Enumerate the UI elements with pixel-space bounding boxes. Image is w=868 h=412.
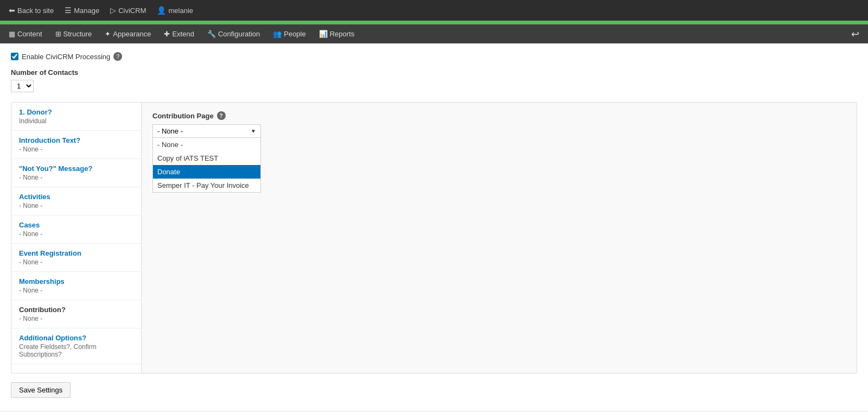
sidebar-item-donor-title: 1. Donor? xyxy=(19,108,133,116)
sidebar-item-contribution-title: Contribution? xyxy=(19,306,133,314)
dropdown-option-donate[interactable]: Donate xyxy=(153,165,260,179)
enable-civicrm-row: Enable CiviCRM Processing ? xyxy=(11,52,857,61)
configuration-icon: 🔧 xyxy=(207,30,216,38)
nav-configuration[interactable]: 🔧 Configuration xyxy=(201,24,266,43)
user-icon: 👤 xyxy=(157,6,166,15)
admin-bar: ⬅ Back to site ☰ Manage ▷ CiviCRM 👤 mela… xyxy=(0,0,868,21)
enable-civicrm-label: Enable CiviCRM Processing xyxy=(22,53,110,61)
contribution-page-dropdown[interactable]: - None - ▼ - None - Copy of iATS TEST Do… xyxy=(152,124,261,138)
dropdown-option-none[interactable]: - None - xyxy=(153,138,260,151)
save-settings-button[interactable]: Save Settings xyxy=(11,382,71,398)
sidebar-item-not-you[interactable]: "Not You?" Message? - None - xyxy=(11,159,141,187)
main-content: Enable CiviCRM Processing ? Number of Co… xyxy=(0,43,868,411)
sidebar-item-memberships-value: - None - xyxy=(19,287,133,294)
user-label: melanie xyxy=(168,7,193,15)
manage-link[interactable]: ☰ Manage xyxy=(60,0,104,21)
content-icon: ▦ xyxy=(9,30,15,38)
sidebar-item-contribution[interactable]: Contribution? - None - xyxy=(11,300,141,328)
nav-content[interactable]: ▦ Content xyxy=(2,24,49,43)
sidebar-item-introduction[interactable]: Introduction Text? - None - xyxy=(11,131,141,159)
sidebar-item-event-registration-value: - None - xyxy=(19,258,133,266)
nav-structure[interactable]: ⊞ Structure xyxy=(49,24,99,43)
back-to-site-label: Back to site xyxy=(17,7,54,15)
dropdown-options-list: - None - Copy of iATS TEST Donate Semper… xyxy=(152,138,261,193)
contribution-page-help-icon[interactable]: ? xyxy=(217,111,226,120)
sidebar-item-additional-options-value: Create Fieldsets?, Confirm Subscriptions… xyxy=(19,343,133,358)
nav-reports[interactable]: 📊 Reports xyxy=(312,24,361,43)
civicrm-link[interactable]: ▷ CiviCRM xyxy=(106,0,150,21)
sidebar-item-additional-options-title: Additional Options? xyxy=(19,334,133,342)
cms-nav: ▦ Content ⊞ Structure ✦ Appearance ✚ Ext… xyxy=(0,23,868,43)
sidebar-item-not-you-value: - None - xyxy=(19,174,133,181)
contacts-count-select[interactable]: 1 2 3 xyxy=(11,80,34,92)
sidebar-item-cases-value: - None - xyxy=(19,230,133,238)
contribution-page-label-text: Contribution Page xyxy=(152,112,214,120)
right-panel: Contribution Page ? - None - ▼ - None - … xyxy=(142,103,857,373)
dropdown-option-copy-iats[interactable]: Copy of iATS TEST xyxy=(153,151,260,165)
nav-extend[interactable]: ✚ Extend xyxy=(157,24,200,43)
sidebar-item-donor[interactable]: 1. Donor? Individual xyxy=(11,103,141,131)
nav-appearance[interactable]: ✦ Appearance xyxy=(98,24,157,43)
reports-icon: 📊 xyxy=(319,30,328,38)
contacts-select-row: 1 2 3 xyxy=(11,80,857,92)
manage-icon: ☰ xyxy=(65,6,72,15)
enable-civicrm-help-icon[interactable]: ? xyxy=(113,52,122,61)
form-sidebar: 1. Donor? Individual Introduction Text? … xyxy=(11,103,142,373)
nav-people[interactable]: 👥 People xyxy=(266,24,312,43)
sidebar-item-event-registration-title: Event Registration xyxy=(19,249,133,257)
civicrm-icon: ▷ xyxy=(110,6,116,15)
sidebar-item-cases-title: Cases xyxy=(19,221,133,229)
nav-right-icon: ↩ xyxy=(845,28,866,40)
sidebar-item-activities-value: - None - xyxy=(19,202,133,210)
manage-label: Manage xyxy=(74,7,99,15)
dropdown-selected-value[interactable]: - None - ▼ xyxy=(152,124,261,138)
save-btn-area: Save Settings xyxy=(11,373,857,402)
people-icon: 👥 xyxy=(273,30,282,38)
sidebar-item-contribution-value: - None - xyxy=(19,315,133,322)
sidebar-item-cases[interactable]: Cases - None - xyxy=(11,215,141,244)
sidebar-item-additional-options[interactable]: Additional Options? Create Fieldsets?, C… xyxy=(11,328,141,364)
sidebar-item-activities-title: Activities xyxy=(19,193,133,201)
appearance-icon: ✦ xyxy=(105,30,111,38)
dropdown-option-semper-it[interactable]: Semper IT - Pay Your Invoice xyxy=(153,179,260,192)
form-area: 1. Donor? Individual Introduction Text? … xyxy=(11,102,857,373)
sidebar-item-memberships[interactable]: Memberships - None - xyxy=(11,272,141,300)
sidebar-item-introduction-title: Introduction Text? xyxy=(19,136,133,144)
enable-civicrm-checkbox[interactable] xyxy=(11,53,18,60)
back-to-site-link[interactable]: ⬅ Back to site xyxy=(4,0,58,21)
sidebar-item-introduction-value: - None - xyxy=(19,145,133,153)
sidebar-item-activities[interactable]: Activities - None - xyxy=(11,187,141,215)
civicrm-label: CiviCRM xyxy=(118,7,146,15)
structure-icon: ⊞ xyxy=(55,30,61,38)
sidebar-item-event-registration[interactable]: Event Registration - None - xyxy=(11,244,141,272)
contacts-field-label: Number of Contacts xyxy=(11,68,857,77)
contribution-page-label-row: Contribution Page ? xyxy=(152,111,846,120)
user-link[interactable]: 👤 melanie xyxy=(152,0,197,21)
dropdown-arrow-icon: ▼ xyxy=(251,128,256,134)
sidebar-item-donor-value: Individual xyxy=(19,117,133,125)
dropdown-current-label: - None - xyxy=(157,127,183,135)
back-icon: ⬅ xyxy=(9,6,15,15)
sidebar-item-memberships-title: Memberships xyxy=(19,277,133,286)
extend-icon: ✚ xyxy=(164,30,170,38)
sidebar-item-not-you-title: "Not You?" Message? xyxy=(19,164,133,173)
